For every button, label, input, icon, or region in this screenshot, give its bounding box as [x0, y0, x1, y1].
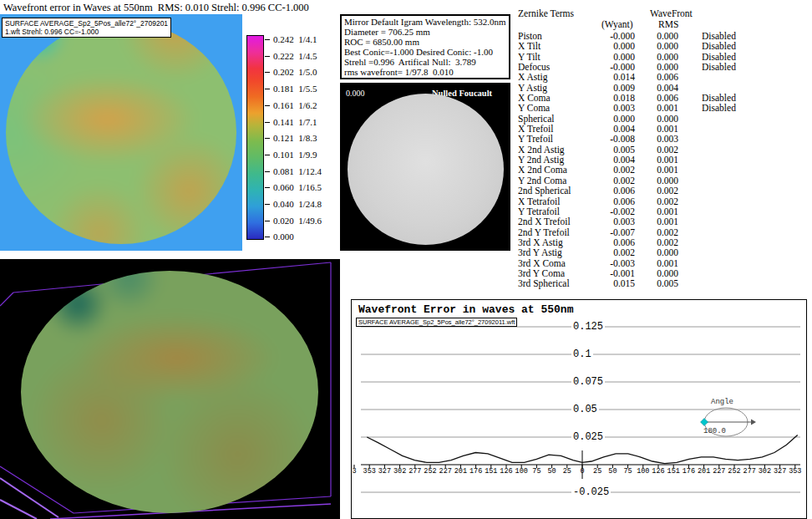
- y-axis-label: 0.05: [571, 404, 599, 415]
- zernike-rms-value: 0.000: [635, 247, 678, 257]
- zernike-row: X 2nd Coma0.0020.001: [518, 165, 769, 175]
- wavefront-disk-surface: [6, 21, 236, 244]
- zernike-wyant-value: 0.002: [603, 165, 635, 175]
- zernike-row: X 2nd Astig0.0050.002: [518, 145, 769, 155]
- color-scale-bar: [246, 35, 264, 240]
- x-axis-label: 75: [532, 468, 540, 476]
- zernike-rms-value: 0.002: [635, 237, 678, 247]
- zernike-wyant-value: -0.003: [603, 258, 635, 268]
- scale-tick: [265, 138, 270, 139]
- zernike-term-name: Piston: [518, 31, 603, 41]
- zernike-wyant-value: 0.018: [603, 93, 635, 103]
- zernike-row: Y Astig0.0090.004: [518, 83, 769, 93]
- y-axis-label: 0.025: [571, 431, 605, 443]
- zernike-rms-value: 0.002: [635, 196, 678, 206]
- scale-tick: [265, 237, 270, 237]
- x-axis-label: 201: [698, 468, 710, 476]
- zernike-wyant-value: -0.002: [603, 206, 635, 216]
- scale-tick: [265, 72, 270, 73]
- zernike-rms-value: 0.005: [635, 278, 678, 288]
- zernike-term-name: Y Tilt: [518, 52, 603, 62]
- zernike-disabled-flag[interactable]: Disabled: [702, 41, 736, 51]
- zernike-rms-value: 0.001: [635, 206, 678, 216]
- zernike-row: Y Tilt0.0000.000Disabled: [518, 52, 769, 62]
- scale-label: 0.020 1/49.6: [273, 216, 322, 226]
- scale-tick: [265, 171, 270, 172]
- zernike-row: Piston-0.0000.000Disabled: [518, 31, 769, 41]
- zernike-row: Y 2nd Astig0.0040.001: [518, 155, 769, 165]
- zernike-term-name: 2nd Spherical: [518, 186, 603, 196]
- scale-tick: [265, 39, 270, 40]
- zernike-disabled-flag[interactable]: Disabled: [702, 52, 736, 62]
- x-axis-label: 25: [593, 468, 601, 476]
- zernike-rms-value: 0.000: [635, 176, 678, 186]
- zernike-rms-value: 0.002: [635, 186, 678, 196]
- zernike-rms-value: 0.000: [635, 41, 678, 51]
- wavefront-map-2d: SURFACE AVERAGE_Sp2_5Pos_alle72°_2709201…: [0, 14, 242, 251]
- scale-label: 0.181 1/5.5: [273, 84, 317, 94]
- x-axis-label: 100: [515, 468, 528, 476]
- zernike-rms-value: 0.000: [635, 52, 678, 62]
- zernike-rms-value: 0.000: [635, 62, 678, 72]
- color-scale-labels: 0.242 1/4.10.222 1/4.50.202 1/5.00.181 1…: [265, 35, 315, 244]
- zernike-term-name: Spherical: [518, 114, 603, 124]
- zernike-row: X Tilt0.0000.000Disabled: [518, 41, 769, 51]
- x-axis-label: 75: [623, 468, 632, 476]
- zernike-row: Y 2nd Coma0.0020.000: [518, 176, 769, 186]
- zernike-disabled-flag[interactable]: Disabled: [702, 31, 736, 41]
- scale-label: 0.081 1/12.4: [273, 167, 322, 176]
- zernike-wyant-value: -0.000: [603, 62, 635, 72]
- scale-tick: [265, 155, 270, 155]
- foucault-value: 0.000: [346, 89, 365, 98]
- scale-label: 0.101 1/9.9: [273, 150, 317, 160]
- zernike-term-name: X Astig: [518, 72, 603, 82]
- x-axis-label: 100: [637, 468, 649, 476]
- zernike-wyant-value: 0.014: [603, 72, 635, 82]
- zernike-wyant-value: 0.000: [603, 41, 635, 51]
- zernike-row: X Astig0.0140.006: [518, 72, 769, 82]
- scale-label: 0.202 1/5.0: [273, 68, 317, 77]
- wireframe-line: [0, 500, 37, 519]
- x-axis-label: 252: [424, 468, 436, 476]
- zernike-row: 2nd X Trefoil0.0030.001: [518, 216, 769, 226]
- zernike-disabled-flag[interactable]: Disabled: [702, 62, 736, 72]
- zernike-term-name: 3rd X Astig: [518, 237, 603, 247]
- scale-tick: [265, 204, 270, 205]
- scale-tick: [265, 187, 270, 188]
- zernike-wyant-value: 0.004: [603, 155, 635, 165]
- zernike-wyant-value: 0.006: [603, 237, 635, 247]
- zernike-term-name: Y Coma: [518, 103, 603, 113]
- mirror-info-line: Strehl =0.996 Artifical Null: 3.789: [344, 57, 506, 67]
- angle-marker-icon[interactable]: [701, 419, 708, 426]
- zernike-disabled-flag[interactable]: Disabled: [702, 93, 736, 103]
- zernike-row: 3rd Spherical0.0150.005: [518, 278, 769, 288]
- wavefront-view-3d: [0, 259, 340, 519]
- zernike-row: 3rd Y Coma-0.0010.000: [518, 268, 769, 278]
- zernike-wyant-value: -0.001: [603, 268, 635, 278]
- wavefront-file-name: SURFACE AVERAGE_Sp2_5Pos_alle72°_2709201: [5, 19, 168, 28]
- zernike-term-name: 2nd X Trefoil: [518, 216, 603, 226]
- x-axis-label: 353: [363, 468, 376, 476]
- zernike-row: X Coma0.0180.006Disabled: [518, 93, 769, 103]
- zernike-disabled-flag[interactable]: Disabled: [702, 103, 736, 113]
- zernike-wyant-value: -0.007: [603, 227, 635, 237]
- x-axis-label: 151: [667, 468, 680, 476]
- zernike-wyant-value: 0.003: [603, 103, 635, 113]
- zernike-wyant-value: 0.004: [603, 124, 635, 134]
- zernike-term-name: X Trefoil: [518, 124, 603, 134]
- x-axis-label: 252: [728, 468, 740, 476]
- x-axis-label: 3: [352, 468, 356, 476]
- zernike-term-name: Y 2nd Coma: [518, 176, 603, 186]
- zernike-col-wyant: (Wyant): [601, 19, 633, 29]
- zernike-title: Zernike Terms: [518, 8, 574, 18]
- x-axis-label: 25: [563, 468, 571, 476]
- mirror-info-line: Diameter = 706.25 mm: [344, 27, 506, 37]
- mirror-info-panel: Mirror Default Igram Wavelength: 532.0nm…: [340, 14, 510, 79]
- zernike-term-name: Y 2nd Astig: [518, 155, 603, 165]
- scale-tick: [265, 105, 270, 106]
- x-axis-label: 302: [759, 468, 771, 476]
- foucault-panel: 0.000 Nulled Foucault: [340, 83, 510, 251]
- zernike-term-name: 3rd Y Coma: [518, 268, 603, 278]
- scale-tick: [265, 122, 270, 123]
- scale-tick: [265, 89, 270, 89]
